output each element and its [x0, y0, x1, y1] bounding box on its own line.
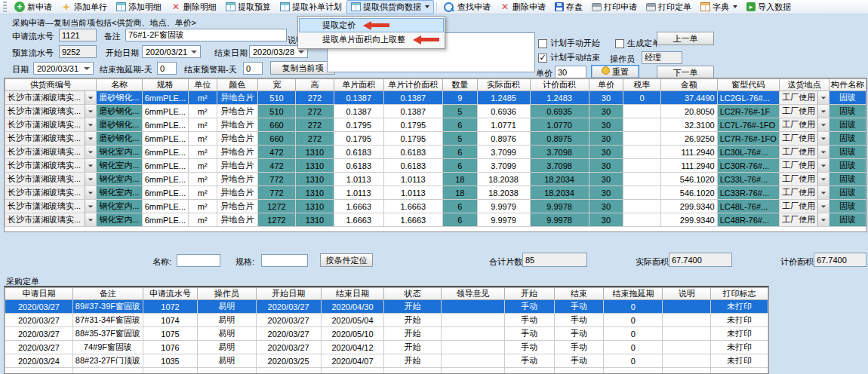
detail-row-5[interactable]: 长沙市潇湘玻璃实...钢化室内...6mmPLE...m²异地合片4721310… — [5, 146, 866, 159]
order-cell — [711, 368, 768, 374]
chevron-down-icon[interactable] — [817, 105, 829, 118]
chevron-down-icon[interactable] — [85, 173, 96, 185]
copy-current-item-button[interactable]: 复制当前项 — [270, 61, 335, 75]
toolbar-button-4[interactable]: 删除明细 — [166, 0, 221, 14]
detail-row-8[interactable]: 长沙市潇湘玻璃实...钢化室内...6mmPLE...m²异地合片7721310… — [5, 186, 866, 200]
checkbox-plan-manual-end[interactable]: ✓ 计划手动结束 — [538, 52, 600, 63]
detail-row-9[interactable]: 长沙市潇湘玻璃实...钢化室内...6mmPLE...m²异地合片1272131… — [5, 200, 866, 213]
order-cell: 88#23-27F门顶玻 — [72, 354, 143, 368]
order-cell — [143, 368, 198, 374]
chevron-down-icon[interactable] — [85, 213, 96, 226]
toolbar-button-6[interactable]: 提取补单计划 — [275, 0, 346, 14]
detail-cell: 772 — [257, 173, 295, 186]
toolbar-button-13[interactable]: 字典 — [696, 0, 742, 14]
end-warning-field[interactable] — [243, 62, 263, 75]
detail-cell: 9.9979 — [477, 200, 530, 213]
chevron-down-icon[interactable] — [85, 159, 96, 172]
checkbox-icon[interactable] — [538, 39, 547, 48]
chevron-down-icon[interactable] — [85, 186, 96, 199]
detail-cell — [623, 159, 661, 173]
unit-price-field[interactable] — [555, 66, 586, 78]
toolbar-button-1[interactable]: 新申请 — [10, 0, 57, 14]
chevron-down-icon[interactable] — [817, 91, 829, 104]
end-delay-label: 结束拖延期-天 — [100, 64, 152, 75]
locate-by-condition-button[interactable]: 按条件定位 — [320, 253, 373, 267]
chevron-down-icon[interactable] — [817, 200, 829, 213]
chevron-down-icon[interactable] — [298, 51, 304, 54]
toolbar-button-7[interactable]: 提取供货商数据 — [346, 0, 434, 14]
toolbar-button-10[interactable]: 存盘 — [550, 0, 587, 14]
detail-row-1[interactable]: 长沙市潇湘玻璃实...磨砂钢化...6mmPLE...m²异地合片5102720… — [5, 91, 866, 105]
order-row-4[interactable]: 2020/03/2774#9F窗固玻1076易明2020/03/272020/0… — [5, 341, 768, 354]
start-date-label: 开始日期 — [106, 48, 139, 59]
toolbar-button-label: 存盘 — [566, 2, 583, 13]
start-date-combobox[interactable]: 2020/03/21 — [142, 45, 201, 58]
chevron-down-icon[interactable] — [425, 5, 429, 8]
chevron-down-icon[interactable] — [84, 67, 90, 70]
chevron-down-icon[interactable] — [817, 186, 829, 199]
checkbox-icon[interactable]: ✓ — [538, 54, 547, 63]
remark-field[interactable] — [125, 29, 287, 41]
purchase-request-window: 新申请添加单行添加明细删除明细提取预算提取补单计划提取供货商数据查找申请删除申请… — [0, 0, 868, 374]
filter-spec-input[interactable] — [261, 254, 308, 267]
detail-cell: 299.9340 — [660, 213, 717, 227]
detail-combo-value: 工厂使用 — [780, 119, 817, 130]
chevron-down-icon[interactable] — [817, 173, 829, 185]
toolbar-button-8[interactable]: 查找申请 — [439, 0, 495, 14]
chevron-down-icon[interactable] — [85, 146, 96, 158]
detail-row-2[interactable]: 长沙市潇湘玻璃实...磨砂钢化...6mmPLE...m²异地合片5102720… — [5, 105, 866, 118]
order-cell: 2020/03/27 — [5, 314, 73, 327]
checkbox-generate-order[interactable]: 生成定单 — [615, 38, 660, 49]
order-cell: 2020/03/27 — [5, 300, 73, 314]
toolbar-button-9[interactable]: 删除申请 — [495, 0, 550, 14]
reset-button[interactable]: 重置 — [591, 65, 639, 78]
detail-row-3[interactable]: 长沙市潇湘玻璃实...磨砂钢化...6mmPLE...m²异地合片6602720… — [5, 118, 866, 132]
chevron-down-icon[interactable] — [817, 146, 829, 158]
detail-row-4[interactable]: 长沙市潇湘玻璃实...磨砂钢化...6mmPLE...m²异地合片6602720… — [5, 132, 866, 146]
detail-row-6[interactable]: 长沙市潇湘玻璃实...钢化室内...6mmPLE...m²异地合片4721310… — [5, 159, 866, 173]
filter-name-input[interactable] — [177, 254, 220, 267]
detail-cell: LC7R-76#-1FO — [717, 132, 779, 146]
chevron-down-icon[interactable] — [85, 118, 96, 131]
order-row-3[interactable]: 2020/03/2788#35-37F窗固玻1075易明2020/03/2720… — [5, 327, 768, 341]
menu-item-2[interactable]: 提取单片面积向上取整 — [299, 32, 444, 47]
toolbar-button-2[interactable]: 添加单行 — [57, 0, 112, 14]
order-row-6[interactable] — [5, 368, 768, 374]
toolbar-button-14[interactable]: 导入数据 — [742, 0, 796, 14]
chevron-down-icon[interactable] — [85, 105, 96, 118]
toolbar-button-5[interactable]: 提取预算 — [221, 0, 275, 14]
detail-cell: 工厂使用 — [779, 173, 829, 186]
toolbar-button-11[interactable]: 打印申请 — [587, 0, 642, 14]
chevron-down-icon[interactable] — [817, 213, 829, 226]
chevron-down-icon[interactable] — [817, 118, 829, 131]
chevron-down-icon[interactable] — [85, 132, 96, 145]
checkbox-plan-manual-start[interactable]: 计划手动开始 — [538, 38, 600, 49]
order-column-header-11: 结束拖延期 — [604, 288, 663, 300]
order-row-2[interactable]: 2020/03/2787#31-34F窗固玻1074易明2020/03/2720… — [5, 314, 768, 327]
menu-item-1[interactable]: 提取定价 — [299, 18, 444, 32]
chevron-down-icon[interactable] — [817, 132, 829, 145]
order-row-1[interactable]: 2020/03/2789#37-39F窗固玻1072易明2020/03/2720… — [5, 300, 768, 314]
toolbar-button-12[interactable]: 打印定单 — [642, 0, 696, 14]
detail-cell: 1310 — [296, 146, 334, 159]
detail-combo-value: 长沙市潇湘玻璃实... — [5, 92, 85, 103]
chevron-down-icon[interactable] — [85, 91, 96, 104]
checkbox-icon[interactable] — [615, 39, 624, 48]
detail-row-7[interactable]: 长沙市潇湘玻璃实...钢化室内...6mmPLE...m²异地合片7721310… — [5, 173, 866, 186]
previous-order-button[interactable]: 上一单 — [657, 32, 714, 45]
toolbar-grip-handle[interactable] — [3, 2, 7, 12]
order-row-5[interactable]: 2020/03/2488#23-27F门顶玻1035易明2020/03/2520… — [5, 354, 768, 368]
chevron-down-icon[interactable] — [191, 51, 197, 54]
detail-cell: 1.0113 — [383, 186, 442, 200]
order-column-header-7: 状态 — [384, 288, 442, 300]
chevron-down-icon[interactable] — [85, 200, 96, 213]
detail-cell: 6 — [442, 213, 477, 227]
chevron-down-icon[interactable] — [733, 5, 737, 8]
chevron-down-icon[interactable] — [817, 159, 829, 172]
end-delay-field[interactable] — [157, 62, 177, 75]
detail-cell: 111.2940 — [660, 146, 717, 159]
toolbar-button-3[interactable]: 添加明细 — [112, 0, 166, 14]
detail-row-10[interactable]: 长沙市潇湘玻璃实...钢化室内...6mmPLE...m²异地合片1272131… — [5, 213, 866, 227]
detail-cell: 660 — [257, 132, 295, 146]
date-combobox[interactable]: 2020/03/31 — [33, 62, 94, 75]
